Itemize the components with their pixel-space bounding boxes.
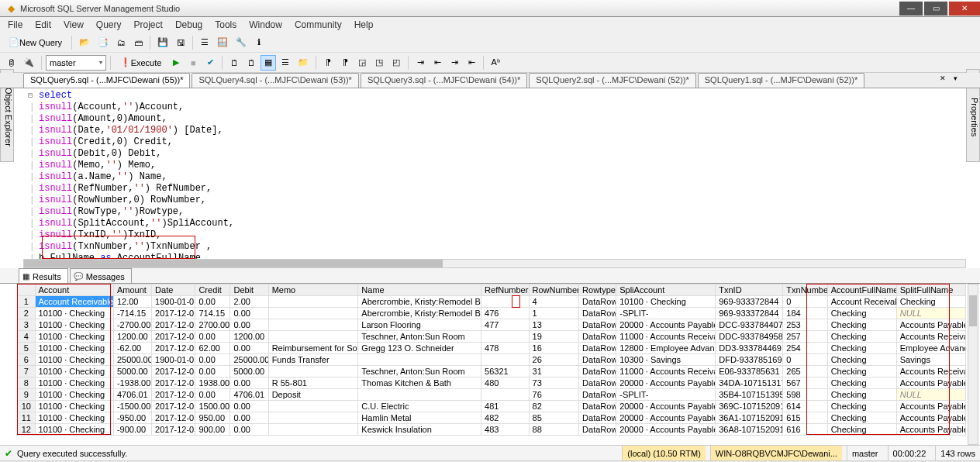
grid-cell[interactable]: 477 (481, 319, 529, 331)
grid-cell[interactable]: 34DA-1071513173 (716, 378, 783, 389)
grid-cell[interactable] (481, 354, 529, 366)
save-all-button[interactable]: 🖫 (173, 35, 188, 50)
grid-cell[interactable]: Abercrombie, Kristy:Remodel Bathroom (358, 296, 481, 308)
grid-cell[interactable]: DataRow (579, 296, 616, 308)
grid-cell[interactable]: -SPLIT- (616, 389, 716, 401)
grid-cell[interactable]: 481 (481, 401, 529, 412)
grid-cell[interactable]: 88 (529, 424, 579, 436)
new-query-button[interactable]: 📄New Query (3, 35, 67, 50)
row-header[interactable]: 3 (18, 319, 36, 331)
grid-cell[interactable]: Accounts Payable (896, 319, 965, 331)
grid-cell[interactable]: 36A1-1071520917 (716, 412, 783, 424)
grid-cell[interactable]: 5000.00 (230, 366, 268, 378)
grid-cell[interactable]: 1900-01-01 (152, 354, 195, 366)
menu-debug[interactable]: Debug (171, 18, 207, 32)
col-header[interactable] (18, 284, 36, 296)
grid-cell[interactable]: 0.00 (230, 401, 268, 412)
grid-cell[interactable]: 614 (783, 401, 827, 412)
grid-cell[interactable]: 0.00 (230, 308, 268, 319)
grid-cell[interactable]: 1938.00 (195, 378, 230, 389)
grid-cell[interactable]: 0.00 (195, 354, 230, 366)
grid-cell[interactable]: 85 (529, 412, 579, 424)
comment-button[interactable]: ⁋ (320, 55, 336, 71)
grid-cell[interactable]: Checking (827, 378, 896, 389)
parse-button[interactable]: ✔ (202, 55, 218, 71)
tabs-close-button[interactable]: ✕ (938, 74, 947, 84)
grid-cell[interactable]: 10100 · Checking (35, 389, 113, 401)
col-header[interactable]: SplitFullName (896, 284, 965, 296)
grid-cell[interactable]: 2017-12-05 (152, 401, 195, 412)
grid-cell[interactable]: 76 (529, 389, 579, 401)
menu-community[interactable]: Community (290, 18, 347, 32)
grid-cell[interactable]: 0.00 (230, 412, 268, 424)
grid-cell[interactable]: 20000 · Accounts Payable (616, 319, 716, 331)
grid-cell[interactable]: Accounts Payable (896, 412, 965, 424)
messages-tab[interactable]: 💬Messages (70, 268, 132, 283)
grid-cell[interactable]: 10100 · Checking (35, 331, 113, 343)
grid-cell[interactable]: Checking (827, 331, 896, 343)
grid-cell[interactable]: Larson Flooring (358, 319, 481, 331)
grid-cell[interactable]: Funds Transfer (268, 354, 358, 366)
grid-cell[interactable]: Checking (827, 401, 896, 412)
grid-cell[interactable]: Checking (827, 366, 896, 378)
row-header[interactable]: 8 (18, 378, 36, 389)
grid-cell[interactable]: 35B4-1071513951 (716, 389, 783, 401)
database-combo[interactable]: master▾ (46, 55, 106, 71)
grid-cell[interactable]: 2017-12-05 (152, 378, 195, 389)
grid-cell[interactable]: 615 (783, 412, 827, 424)
grid-cell[interactable]: 5000.00 (113, 366, 151, 378)
row-header[interactable]: 12 (18, 424, 36, 436)
grid-cell[interactable]: Checking (827, 343, 896, 354)
grid-cell[interactable]: 1500.00 (195, 401, 230, 412)
grid-cell[interactable]: Checking (827, 308, 896, 319)
grid-cell[interactable]: Checking (896, 296, 965, 308)
grid-cell[interactable]: 900.00 (195, 424, 230, 436)
grid-cell[interactable]: 184 (783, 308, 827, 319)
grid-cell[interactable]: 20000 · Accounts Payable (616, 401, 716, 412)
row-header[interactable]: 4 (18, 331, 36, 343)
grid-cell[interactable]: Checking (827, 389, 896, 401)
grid-cell[interactable]: 257 (783, 331, 827, 343)
grid-cell[interactable]: 0.00 (230, 343, 268, 354)
grid-cell[interactable]: -1938.00 (113, 378, 151, 389)
close-button[interactable]: ✕ (949, 2, 980, 16)
grid-cell[interactable]: 1200.00 (230, 331, 268, 343)
grid-cell[interactable]: Teschner, Anton:Sun Room (358, 366, 481, 378)
grid-cell[interactable]: 616 (783, 424, 827, 436)
include-plan-button[interactable]: 🗒 (243, 55, 259, 71)
grid-cell[interactable]: 10100 · Checking (35, 378, 113, 389)
grid-cell[interactable]: 969-933372844 (716, 296, 783, 308)
grid-cell[interactable]: Reimbursement for Soci... (268, 343, 358, 354)
grid-cell[interactable]: 19 (529, 331, 579, 343)
grid-cell[interactable]: 2017-12-05 (152, 412, 195, 424)
grid-cell[interactable]: 0.00 (230, 319, 268, 331)
grid-cell[interactable]: Accounts Receivable (896, 366, 965, 378)
help-button[interactable]: ℹ (251, 35, 267, 50)
grid-cell[interactable] (358, 389, 481, 401)
col-header[interactable]: Amount (113, 284, 151, 296)
grid-cell[interactable]: 2017-12-03 (152, 331, 195, 343)
execute-button[interactable]: ❗Execute (115, 55, 167, 71)
grid-cell[interactable]: R 55-801 (268, 378, 358, 389)
grid-cell[interactable]: DataRow (579, 401, 616, 412)
grid-cell[interactable]: 10100 · Checking (35, 319, 113, 331)
grid-cell[interactable]: DataRow (579, 412, 616, 424)
save-button[interactable]: 💾 (154, 35, 171, 50)
grid-cell[interactable]: Checking (827, 424, 896, 436)
grid-cell[interactable]: 4 (529, 296, 579, 308)
grid-cell[interactable]: 10100 · Checking (35, 354, 113, 366)
grid-cell[interactable]: 0.00 (195, 366, 230, 378)
grid-cell[interactable]: 1 (529, 308, 579, 319)
grid-cell[interactable] (481, 331, 529, 343)
grid-cell[interactable]: -62.00 (113, 343, 151, 354)
scroll-thumb[interactable] (24, 260, 443, 267)
grid-cell[interactable]: -900.00 (113, 424, 151, 436)
grid-cell[interactable]: 10100 · Checking (35, 401, 113, 412)
grid-cell[interactable]: 20000 · Accounts Payable (616, 378, 716, 389)
decrease-indent-button[interactable]: ⇤ (464, 55, 479, 71)
col-header[interactable]: SpliAccount (616, 284, 716, 296)
open-project-button[interactable]: 🗂 (113, 35, 129, 50)
increase-indent-button[interactable]: ⇥ (447, 55, 462, 71)
col-header[interactable]: RowNumber (529, 284, 579, 296)
grid-cell[interactable]: Account Receivable (827, 296, 896, 308)
